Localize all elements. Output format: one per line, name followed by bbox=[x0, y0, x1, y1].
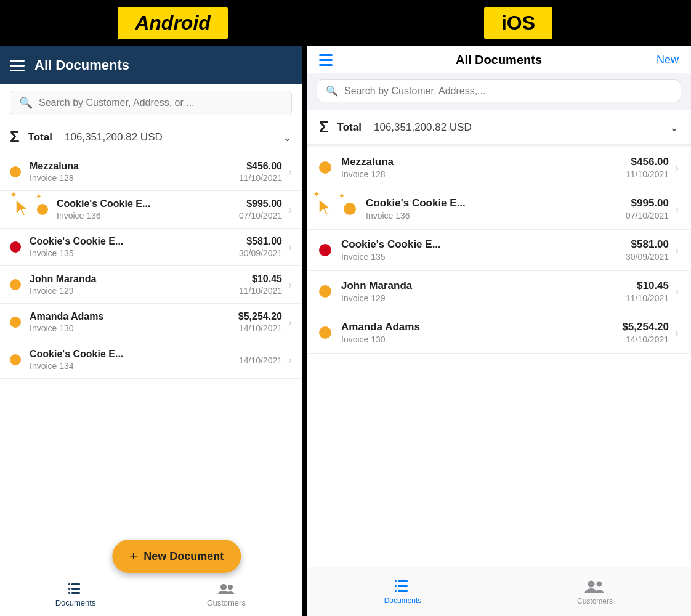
ios-item-amount-5: $5,254.20 bbox=[622, 321, 669, 333]
ios-item-date-1: 11/10/2021 bbox=[626, 169, 669, 179]
ios-panel: All Documents New 🔍 Σ Total 106,351,200.… bbox=[307, 46, 691, 616]
android-title: All Documents bbox=[34, 57, 129, 73]
svg-rect-6 bbox=[71, 592, 80, 594]
android-item-info-4: John Maranda Invoice 129 bbox=[30, 274, 239, 296]
ios-item-invoice-3: Invoice 135 bbox=[341, 252, 626, 262]
android-list-item[interactable]: Mezzaluna Invoice 128 $456.00 11/10/2021… bbox=[0, 153, 302, 191]
svg-rect-3 bbox=[68, 588, 70, 590]
ios-item-info-4: John Maranda Invoice 129 bbox=[341, 280, 626, 303]
ios-item-amount-date-1: $456.00 11/10/2021 bbox=[626, 156, 669, 179]
android-item-amount-4: $10.45 bbox=[239, 274, 282, 285]
ios-nav-documents-label: Documents bbox=[384, 596, 422, 605]
ios-hamburger-icon[interactable] bbox=[319, 54, 333, 66]
android-total-chevron[interactable]: ⌄ bbox=[283, 131, 292, 144]
android-item-chevron-6: › bbox=[288, 354, 292, 367]
ios-item-invoice-2: Invoice 136 bbox=[366, 211, 626, 221]
ios-total-chevron[interactable]: ⌄ bbox=[669, 121, 679, 134]
ios-nav-customers-label: Customers bbox=[577, 597, 613, 606]
ios-item-info-1: Mezzaluna Invoice 128 bbox=[341, 156, 626, 179]
android-list-item[interactable]: John Maranda Invoice 129 $10.45 11/10/20… bbox=[0, 266, 302, 304]
android-item-date-3: 30/09/2021 bbox=[239, 248, 282, 258]
top-banner: Android iOS bbox=[0, 0, 691, 46]
android-item-amount-date-4: $10.45 11/10/2021 bbox=[239, 274, 282, 296]
android-nav-customers-label: Customers bbox=[207, 598, 246, 607]
android-hamburger-icon[interactable] bbox=[10, 60, 25, 71]
android-search-input[interactable] bbox=[39, 97, 283, 108]
ios-item-date-5: 14/10/2021 bbox=[622, 334, 669, 344]
ios-list-item[interactable]: Mezzaluna Invoice 128 $456.00 11/10/2021… bbox=[307, 147, 691, 188]
android-list-item[interactable]: ✦ ✦ Cookie's Cookie E... Invoice 136 $99… bbox=[0, 191, 302, 229]
svg-rect-1 bbox=[68, 583, 70, 585]
android-header: All Documents bbox=[0, 46, 302, 84]
ios-hamburger-line-2 bbox=[319, 59, 333, 61]
android-badge: Android bbox=[0, 0, 346, 46]
ios-item-date-2: 07/10/2021 bbox=[626, 211, 669, 221]
android-fab-button[interactable]: + New Document bbox=[112, 540, 241, 573]
android-item-amount-date-2: $995.00 07/10/2021 bbox=[239, 198, 282, 221]
ios-list-item[interactable]: John Maranda Invoice 129 $10.45 11/10/20… bbox=[307, 271, 691, 312]
ios-bottom-nav: Documents Customers bbox=[307, 567, 691, 616]
ios-item-amount-4: $10.45 bbox=[626, 280, 669, 292]
ios-item-amount-2: $995.00 bbox=[626, 197, 669, 209]
ios-list-item[interactable]: Cookie's Cookie E... Invoice 135 $581.00… bbox=[307, 230, 691, 271]
ios-item-amount-date-4: $10.45 11/10/2021 bbox=[626, 280, 669, 303]
ios-item-amount-date-5: $5,254.20 14/10/2021 bbox=[622, 321, 669, 344]
svg-rect-11 bbox=[398, 580, 408, 582]
ios-new-button[interactable]: New bbox=[657, 54, 679, 67]
android-badge-inner: Android bbox=[118, 7, 228, 39]
ios-item-invoice-1: Invoice 128 bbox=[341, 169, 626, 179]
ios-search-container: 🔍 bbox=[307, 73, 691, 108]
android-nav-customers[interactable]: Customers bbox=[151, 582, 302, 607]
ios-list-item[interactable]: Amanda Adams Invoice 130 $5,254.20 14/10… bbox=[307, 312, 691, 354]
android-label: Android bbox=[135, 12, 211, 34]
svg-marker-0 bbox=[16, 200, 28, 216]
android-item-name-4: John Maranda bbox=[30, 274, 239, 285]
svg-point-8 bbox=[228, 585, 233, 590]
ios-item-name-3: Cookie's Cookie E... bbox=[341, 238, 626, 251]
ios-status-dot-4 bbox=[319, 285, 331, 298]
ios-item-info-3: Cookie's Cookie E... Invoice 135 bbox=[341, 238, 626, 262]
android-status-dot-4 bbox=[10, 279, 21, 290]
hamburger-line-2 bbox=[10, 65, 25, 67]
ios-item-chevron-2: › bbox=[675, 203, 679, 216]
ios-item-date-4: 11/10/2021 bbox=[626, 293, 669, 303]
android-item-invoice-5: Invoice 130 bbox=[30, 323, 238, 333]
android-list-item[interactable]: Cookie's Cookie E... Invoice 134 14/10/2… bbox=[0, 341, 302, 379]
ios-search-input[interactable] bbox=[344, 86, 672, 97]
android-item-invoice-2: Invoice 136 bbox=[57, 211, 239, 221]
ios-hamburger-line-3 bbox=[319, 64, 333, 66]
svg-rect-4 bbox=[71, 588, 80, 590]
android-item-amount-date-5: $5,254.20 14/10/2021 bbox=[238, 311, 282, 333]
android-customers-icon bbox=[217, 582, 236, 596]
android-document-list: Mezzaluna Invoice 128 $456.00 11/10/2021… bbox=[0, 153, 302, 573]
svg-rect-13 bbox=[398, 585, 408, 587]
svg-rect-2 bbox=[71, 583, 80, 585]
svg-rect-10 bbox=[395, 580, 397, 582]
svg-rect-15 bbox=[398, 590, 408, 592]
android-list-item[interactable]: Amanda Adams Invoice 130 $5,254.20 14/10… bbox=[0, 304, 302, 341]
screens-container: All Documents 🔍 Σ Total 106,351,200.82 U… bbox=[0, 46, 691, 616]
ios-item-amount-date-2: $995.00 07/10/2021 bbox=[626, 197, 669, 221]
ios-documents-icon bbox=[394, 579, 411, 594]
android-item-date-1: 11/10/2021 bbox=[239, 173, 282, 183]
ios-nav-customers[interactable]: Customers bbox=[499, 578, 691, 606]
android-status-dot-6 bbox=[10, 354, 21, 365]
ios-hamburger-line-1 bbox=[319, 54, 333, 56]
ios-title: All Documents bbox=[456, 53, 542, 67]
android-fab-plus-icon: + bbox=[129, 548, 137, 564]
android-status-dot-1 bbox=[10, 166, 21, 177]
android-item-chevron-3: › bbox=[288, 241, 292, 254]
android-list-item[interactable]: Cookie's Cookie E... Invoice 135 $581.00… bbox=[0, 229, 302, 266]
ios-badge-inner: iOS bbox=[484, 7, 552, 39]
android-item-info-2: Cookie's Cookie E... Invoice 136 bbox=[57, 198, 239, 221]
ios-list-item[interactable]: ✦ ✦ Cookie's Cookie E... Invoice 136 $99… bbox=[307, 188, 691, 230]
ios-item-amount-1: $456.00 bbox=[626, 156, 669, 168]
android-item-chevron-5: › bbox=[288, 316, 292, 329]
android-item-name-3: Cookie's Cookie E... bbox=[30, 236, 239, 247]
ios-badge: iOS bbox=[346, 0, 691, 46]
android-cursor-icon bbox=[12, 197, 34, 219]
android-nav-documents[interactable]: Documents bbox=[0, 582, 151, 607]
ios-nav-documents[interactable]: Documents bbox=[307, 579, 499, 605]
android-item-date-4: 11/10/2021 bbox=[239, 286, 282, 296]
svg-rect-5 bbox=[68, 592, 70, 594]
